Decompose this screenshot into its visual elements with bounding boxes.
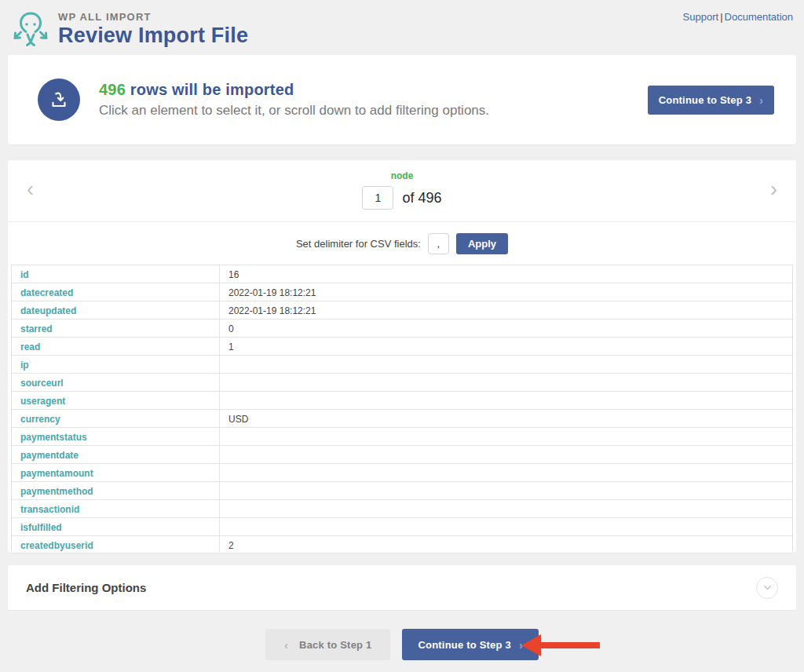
csv-delimiter-row: Set delimiter for CSV fields: Apply <box>8 222 796 265</box>
field-name-cell[interactable]: createdbyuserid <box>12 536 220 553</box>
previous-record-button[interactable]: ‹ <box>27 179 34 200</box>
field-value-cell[interactable]: 16 <box>220 265 793 283</box>
filtering-options-panel[interactable]: Add Filtering Options <box>8 565 796 610</box>
continue-step3-button-bottom[interactable]: Continue to Step 3 › <box>402 629 539 660</box>
field-value-cell[interactable] <box>220 518 793 536</box>
import-summary-banner: 496 rows will be imported Click an eleme… <box>8 55 796 144</box>
header-links: Support|Documentation <box>683 6 793 23</box>
field-value-cell[interactable] <box>220 500 793 518</box>
link-separator: | <box>718 11 724 23</box>
field-name-cell[interactable]: starred <box>12 320 220 338</box>
filtering-expand-button[interactable] <box>756 577 778 599</box>
field-name-cell[interactable]: currency <box>12 410 220 428</box>
field-name-cell[interactable]: paymentmethod <box>12 482 220 500</box>
table-row: isfulfilled <box>12 518 793 536</box>
back-step1-label: Back to Step 1 <box>299 639 371 651</box>
filtering-options-title: Add Filtering Options <box>26 581 146 594</box>
field-value-cell[interactable]: USD <box>220 410 793 428</box>
table-row: starred 0 <box>12 320 793 338</box>
octopus-logo-icon <box>9 8 52 52</box>
arrow-head <box>521 634 541 656</box>
field-name-cell[interactable]: dateupdated <box>12 301 220 320</box>
brand-name: WP ALL IMPORT <box>58 11 248 23</box>
wizard-footer: ‹ Back to Step 1 Continue to Step 3 › <box>0 629 804 660</box>
field-name-cell[interactable]: isfulfilled <box>12 518 220 536</box>
table-row: sourceurl <box>12 374 793 392</box>
table-row: useragent <box>12 392 793 410</box>
table-row: paymentmethod <box>12 482 793 500</box>
red-annotation-arrow <box>521 634 600 656</box>
field-name-cell[interactable]: transactionid <box>12 500 220 518</box>
delimiter-input[interactable] <box>428 233 449 254</box>
banner-subtitle: Click an element to select it, or scroll… <box>99 103 489 119</box>
table-row: paymentamount <box>12 464 793 482</box>
table-row: createdbyuserid 2 <box>12 536 793 553</box>
field-value-cell[interactable] <box>220 356 793 374</box>
table-row: datecreated 2022-01-19 18:12:21 <box>12 283 793 301</box>
table-row: paymentdate <box>12 446 793 464</box>
field-name-cell[interactable]: paymentstatus <box>12 428 220 446</box>
current-record-input[interactable] <box>362 186 393 210</box>
field-value-cell[interactable]: 2 <box>220 536 793 553</box>
field-name-cell[interactable]: paymentamount <box>12 464 220 482</box>
record-table: id 16 datecreated 2022-01-19 18:12:21 da… <box>11 265 793 552</box>
continue-step3-label: Continue to Step 3 <box>659 94 751 106</box>
chevron-right-icon: › <box>759 93 763 107</box>
field-value-cell[interactable]: 1 <box>220 338 793 356</box>
page-header: WP ALL IMPORT Review Import File Support… <box>0 0 804 55</box>
delimiter-label: Set delimiter for CSV fields: <box>296 238 421 250</box>
download-tray-icon <box>47 88 71 111</box>
field-name-cell[interactable]: paymentdate <box>12 446 220 464</box>
page-title: Review Import File <box>58 24 248 48</box>
field-name-cell[interactable]: read <box>12 338 220 356</box>
table-row: id 16 <box>12 265 793 283</box>
record-counter: of 496 <box>8 186 796 210</box>
support-link[interactable]: Support <box>683 11 719 23</box>
continue-step3-label: Continue to Step 3 <box>418 639 510 651</box>
field-name-cell[interactable]: sourceurl <box>12 374 220 392</box>
back-step1-button[interactable]: ‹ Back to Step 1 <box>265 629 391 660</box>
field-value-cell[interactable]: 2022-01-19 18:12:21 <box>220 301 793 320</box>
record-table-container: id 16 datecreated 2022-01-19 18:12:21 da… <box>11 265 793 552</box>
field-value-cell[interactable]: 0 <box>220 320 793 338</box>
import-badge <box>38 79 80 121</box>
table-row: currency USD <box>12 410 793 428</box>
rows-imported-text: rows will be imported <box>126 81 294 98</box>
field-name-cell[interactable]: useragent <box>12 392 220 410</box>
table-row: read 1 <box>12 338 793 356</box>
table-row: dateupdated 2022-01-19 18:12:21 <box>12 301 793 320</box>
root-element-tag[interactable]: node <box>391 170 414 181</box>
table-row: transactionid <box>12 500 793 518</box>
field-value-cell[interactable]: 2022-01-19 18:12:21 <box>220 283 793 301</box>
record-navigator: ‹ › node of 496 <box>8 160 796 222</box>
file-preview-panel: ‹ › node of 496 Set delimiter for CSV fi… <box>8 160 796 553</box>
brand-text: WP ALL IMPORT Review Import File <box>58 6 248 48</box>
field-name-cell[interactable]: id <box>12 265 220 283</box>
field-name-cell[interactable]: datecreated <box>12 283 220 301</box>
chevron-down-icon <box>762 583 773 593</box>
rows-imported-heading: 496 rows will be imported <box>99 81 489 99</box>
continue-step3-button-top[interactable]: Continue to Step 3 › <box>648 86 774 115</box>
field-value-cell[interactable] <box>220 446 793 464</box>
banner-text: 496 rows will be imported Click an eleme… <box>99 81 489 119</box>
field-value-cell[interactable] <box>220 392 793 410</box>
field-value-cell[interactable] <box>220 428 793 446</box>
field-value-cell[interactable] <box>220 464 793 482</box>
arrow-shaft <box>540 642 600 648</box>
field-name-cell[interactable]: ip <box>12 356 220 374</box>
documentation-link[interactable]: Documentation <box>725 11 793 23</box>
table-row: ip <box>12 356 793 374</box>
next-record-button[interactable]: › <box>770 179 777 200</box>
row-count: 496 <box>99 81 126 98</box>
field-value-cell[interactable] <box>220 374 793 392</box>
chevron-left-icon: ‹ <box>284 638 288 652</box>
table-row: paymentstatus <box>12 428 793 446</box>
apply-delimiter-button[interactable]: Apply <box>456 233 508 254</box>
record-total-label: of 496 <box>402 190 441 206</box>
brand-logo <box>9 6 52 52</box>
field-value-cell[interactable] <box>220 482 793 500</box>
